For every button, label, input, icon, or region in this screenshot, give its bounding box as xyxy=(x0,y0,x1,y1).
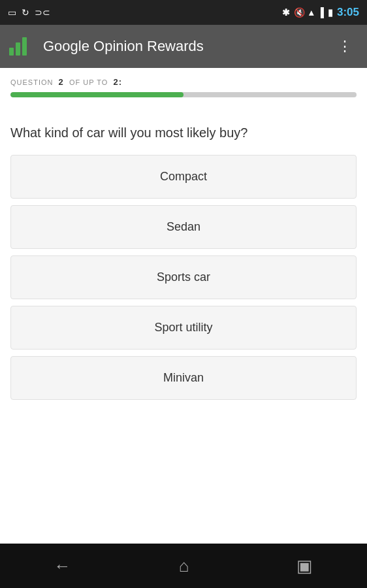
option-minivan[interactable]: Minivan xyxy=(10,356,357,400)
status-bar-right: ✱ 🔇 ▴ ▐ ▮ 3:05 xyxy=(282,6,359,19)
option-compact[interactable]: Compact xyxy=(10,155,357,199)
voicemail-icon: ⊃⊂ xyxy=(35,7,50,18)
question-label-text: QUESTION xyxy=(10,78,53,86)
status-bar: ▭ ↻ ⊃⊂ ✱ 🔇 ▴ ▐ ▮ 3:05 xyxy=(0,0,367,25)
app-logo-icon xyxy=(9,37,33,56)
back-button[interactable]: ← xyxy=(54,556,71,576)
option-sport-utility[interactable]: Sport utility xyxy=(10,306,357,350)
app-title: Google Opinion Rewards xyxy=(43,38,332,55)
recents-button[interactable]: ▣ xyxy=(296,556,313,576)
status-time: 3:05 xyxy=(337,6,359,19)
status-bar-left: ▭ ↻ ⊃⊂ xyxy=(8,7,50,18)
progress-bar-fill xyxy=(10,92,184,97)
option-sports-car[interactable]: Sports car xyxy=(10,255,357,299)
overflow-menu-icon[interactable]: ⋮ xyxy=(332,35,358,57)
battery-icon: ▮ xyxy=(328,7,333,18)
mute-icon: 🔇 xyxy=(294,7,305,18)
screen-icon: ▭ xyxy=(8,7,16,18)
bluetooth-icon: ✱ xyxy=(282,7,290,18)
sync-icon: ↻ xyxy=(22,7,29,18)
options-section: Compact Sedan Sports car Sport utility M… xyxy=(0,155,367,400)
nav-bar: ← ⌂ ▣ xyxy=(0,544,367,588)
app-bar: Google Opinion Rewards ⋮ xyxy=(0,25,367,68)
option-sedan[interactable]: Sedan xyxy=(10,205,357,249)
question-current: 2 xyxy=(59,77,64,87)
progress-label: QUESTION 2 OF UP TO 2: xyxy=(10,77,357,87)
progress-section: QUESTION 2 OF UP TO 2: xyxy=(0,68,367,104)
wifi-icon: ▴ xyxy=(309,7,313,18)
question-section: What kind of car will you most likely bu… xyxy=(0,104,367,155)
question-total: 2: xyxy=(113,77,122,87)
signal-icon: ▐ xyxy=(317,7,324,18)
progress-bar-background xyxy=(10,92,357,97)
question-text: What kind of car will you most likely bu… xyxy=(10,123,357,142)
question-separator: OF UP TO xyxy=(69,78,108,86)
home-button[interactable]: ⌂ xyxy=(179,556,189,576)
